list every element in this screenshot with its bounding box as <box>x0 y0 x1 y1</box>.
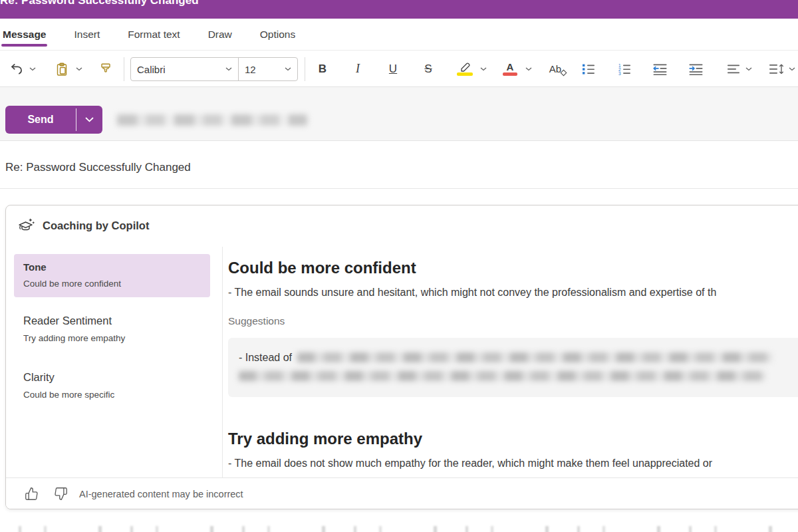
font-color-letter-icon: A <box>507 63 514 72</box>
strikethrough-button[interactable]: S <box>417 58 440 80</box>
align-text-icon <box>727 64 741 74</box>
outlook-compose-window: Re: Password Successfully Changed Messag… <box>0 0 798 532</box>
chevron-down-icon <box>285 67 291 71</box>
font-name-value: Calibri <box>137 64 166 75</box>
tab-format-text-label: Format text <box>128 29 180 41</box>
sidebar-item-title: Clarity <box>23 371 201 384</box>
sidebar-item-reader-sentiment[interactable]: Reader Sentiment Try adding more empathy <box>14 315 210 343</box>
redacted-suggestion-text <box>239 371 765 381</box>
paste-dropdown[interactable] <box>73 58 85 80</box>
copilot-panel-header: Coaching by Copilot <box>6 205 798 245</box>
redacted-recipient-text <box>117 114 307 126</box>
sidebar-item-tone[interactable]: Tone Could be more confident <box>14 254 210 297</box>
sidebar-item-clarity[interactable]: Clarity Could be more specific <box>14 371 210 400</box>
numbered-list-icon: 1 2 3 <box>617 63 632 76</box>
chevron-down-icon <box>225 67 232 71</box>
thumbs-up-icon <box>25 487 39 501</box>
font-controls: Calibri 12 <box>130 57 298 81</box>
font-color-swatch <box>503 72 517 76</box>
tab-options[interactable]: Options <box>260 19 295 50</box>
undo-button[interactable] <box>5 58 28 80</box>
italic-icon: I <box>356 62 360 76</box>
coaching-by-copilot-panel: Coaching by Copilot Tone Could be more c… <box>5 205 798 509</box>
subject-text: Re: Password Successfully Changed <box>5 161 191 174</box>
undo-icon <box>10 62 24 76</box>
tab-message[interactable]: Message <box>3 19 46 50</box>
numbered-list-button[interactable]: 1 2 3 <box>613 58 636 80</box>
highlighter-pen-icon <box>458 62 472 72</box>
suggestions-label: Suggestions <box>228 315 798 327</box>
suggestion-prefix: - Instead of <box>239 352 292 363</box>
font-size-select[interactable]: 12 <box>239 58 297 80</box>
ribbon-tab-bar: Message Insert Format text Draw Options <box>0 19 798 51</box>
chevron-down-icon <box>480 67 487 71</box>
ai-disclaimer-text: AI-generated content may be incorrect <box>79 489 243 499</box>
subject-field[interactable]: Re: Password Successfully Changed <box>0 141 798 189</box>
send-options-dropdown[interactable] <box>76 106 102 134</box>
email-body-clipped-text <box>19 526 782 532</box>
section-heading-empathy: Try adding more empathy <box>228 428 798 449</box>
highlight-button[interactable] <box>454 58 476 80</box>
bold-icon: B <box>319 63 327 76</box>
chevron-down-icon <box>789 67 795 71</box>
bullet-list-button[interactable] <box>577 58 600 80</box>
italic-button[interactable]: I <box>346 58 369 80</box>
sidebar-item-title: Reader Sentiment <box>23 315 201 327</box>
recipient-field[interactable] <box>117 111 307 128</box>
suggestion-box: - Instead of <box>228 338 798 397</box>
line-spacing-icon <box>769 63 785 75</box>
sidebar-item-title: Tone <box>23 261 201 273</box>
section-heading-tone: Could be more confident <box>228 257 798 278</box>
highlight-dropdown[interactable] <box>477 58 489 80</box>
underline-icon: U <box>389 63 397 76</box>
formatting-toolbar: Calibri 12 B I U S A <box>0 51 798 87</box>
decrease-indent-button[interactable] <box>649 58 672 80</box>
bold-button[interactable]: B <box>311 58 334 80</box>
underline-button[interactable]: U <box>382 58 404 80</box>
font-color-dropdown[interactable] <box>523 58 535 80</box>
clear-formatting-icon: Ab <box>549 63 561 74</box>
font-name-select[interactable]: Calibri <box>131 58 239 80</box>
sidebar-item-subtitle: Could be more specific <box>23 390 201 400</box>
clear-formatting-button[interactable]: Ab <box>544 58 567 80</box>
thumbs-down-icon <box>54 487 68 501</box>
line-spacing-button[interactable] <box>765 58 798 80</box>
font-size-value: 12 <box>245 64 256 75</box>
paste-clipboard-icon <box>55 62 69 76</box>
section-body-tone: - The email sounds unsure and hesitant, … <box>228 287 798 299</box>
send-button-label: Send <box>5 106 76 134</box>
send-button[interactable]: Send <box>5 106 102 134</box>
copilot-feedback-content: Could be more confident - The email soun… <box>223 245 798 477</box>
chevron-down-icon <box>525 67 532 71</box>
font-color-button[interactable]: A <box>499 58 521 80</box>
format-painter-icon <box>99 62 112 76</box>
sidebar-item-subtitle: Could be more confident <box>23 279 201 289</box>
format-painter-button[interactable] <box>94 58 117 80</box>
align-button[interactable] <box>722 58 757 80</box>
thumbs-up-button[interactable] <box>21 483 42 504</box>
paste-button[interactable] <box>51 58 73 80</box>
svg-text:3: 3 <box>618 71 621 76</box>
chevron-down-icon <box>76 67 82 71</box>
sidebar-item-subtitle: Try adding more empathy <box>23 333 201 343</box>
strikethrough-icon: S <box>424 63 432 76</box>
increase-indent-button[interactable] <box>685 58 708 80</box>
tab-insert[interactable]: Insert <box>74 19 100 50</box>
increase-indent-icon <box>688 63 704 76</box>
bullet-list-icon <box>581 63 596 76</box>
decrease-indent-icon <box>652 63 668 76</box>
chevron-down-icon <box>745 67 752 71</box>
tab-draw[interactable]: Draw <box>208 19 232 50</box>
tab-insert-label: Insert <box>74 29 100 41</box>
toolbar-divider <box>305 57 305 81</box>
chevron-down-icon <box>29 67 36 71</box>
undo-dropdown[interactable] <box>27 58 39 80</box>
section-body-empathy: - The email does not show much empathy f… <box>228 458 798 469</box>
chevron-down-icon <box>85 117 94 122</box>
tab-options-label: Options <box>260 29 295 41</box>
tab-format-text[interactable]: Format text <box>128 19 180 50</box>
copilot-category-list: Tone Could be more confident Reader Sent… <box>6 245 222 477</box>
copilot-panel-footer: AI-generated content may be incorrect <box>6 477 798 509</box>
thumbs-down-button[interactable] <box>50 483 71 504</box>
tab-message-label: Message <box>3 29 46 41</box>
